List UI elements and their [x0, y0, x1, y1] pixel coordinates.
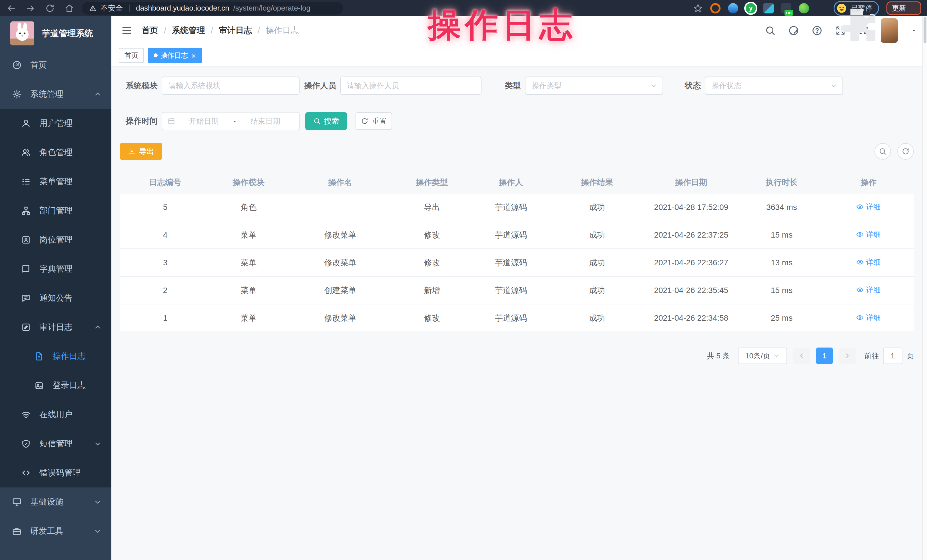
cell-result: 成功 [552, 229, 642, 240]
chevron-down-icon [94, 498, 102, 506]
sidebar-item-error-code-management[interactable]: 错误码管理 [0, 458, 111, 487]
browser-home-icon[interactable] [65, 3, 74, 13]
org-tree-icon [21, 206, 31, 216]
next-page-button[interactable] [839, 348, 856, 364]
not-secure-warning-icon [89, 5, 97, 12]
browser-update-button[interactable]: 更新 [886, 2, 921, 15]
wifi-icon [21, 410, 31, 419]
detail-link[interactable]: 详细 [856, 202, 881, 212]
browser-extensions-area: y on 已暂停 更新 [693, 1, 927, 16]
detail-link[interactable]: 详细 [856, 229, 881, 240]
sidebar-item-login-log[interactable]: 登录日志 [0, 371, 111, 400]
paused-label: 已暂停 [851, 3, 872, 13]
page-size-select[interactable]: 10条/页 [738, 348, 787, 364]
page-size-value: 10条/页 [745, 351, 770, 361]
cell-operation-name: 修改菜单 [287, 229, 394, 240]
sidebar-item-dictionary-management[interactable]: 字典管理 [0, 255, 111, 284]
breadcrumb-system-management[interactable]: 系统管理 [172, 25, 205, 36]
detail-link[interactable]: 详细 [856, 257, 881, 267]
reset-button[interactable]: 重置 [356, 112, 392, 130]
sidebar-item-role-management[interactable]: 角色管理 [0, 138, 111, 167]
extension-dark-icon[interactable]: on [781, 3, 791, 14]
extension-pin-icon[interactable] [728, 3, 738, 14]
breadcrumb-home[interactable]: 首页 [142, 25, 158, 36]
column-header: 日志编号 [120, 177, 210, 188]
tag-label: 操作日志 [161, 51, 188, 60]
chevron-down-icon [773, 352, 780, 359]
address-bar[interactable]: 不安全 dashboard.yudao.iocoder.cn/system/lo… [82, 2, 343, 15]
extension-leaf-icon[interactable] [799, 3, 809, 14]
cell-operation-type: 修改 [394, 229, 470, 240]
sidebar-item-dev-tools[interactable]: 研发工具 [0, 517, 111, 546]
date-range-picker[interactable]: 开始日期 - 结束日期 [162, 112, 299, 130]
sidebar-item-label: 短信管理 [40, 438, 73, 449]
extension-orange-icon[interactable] [710, 3, 720, 14]
pagination-total: 共 5 条 [707, 351, 730, 361]
bookmark-star-icon[interactable] [693, 3, 703, 13]
app-logo-row[interactable]: 芋道管理系统 [0, 16, 111, 50]
sidebar-item-department-management[interactable]: 部门管理 [0, 196, 111, 225]
cell-duration: 3634 ms [740, 203, 823, 212]
paused-profile-chip[interactable]: 已暂停 [834, 1, 879, 16]
detail-link[interactable]: 详细 [856, 313, 881, 323]
id-badge-icon [21, 235, 31, 245]
active-tag-dot [153, 53, 158, 58]
sidebar-item-menu-management[interactable]: 菜单管理 [0, 167, 111, 196]
sidebar-item-home[interactable]: 首页 [0, 50, 111, 80]
breadcrumb-audit-log[interactable]: 审计日志 [219, 25, 252, 36]
operator-input[interactable] [340, 76, 482, 95]
extension-green-circle-icon[interactable]: y [746, 3, 756, 14]
sidebar-item-label: 基础设施 [30, 496, 64, 508]
type-select[interactable]: 操作类型 [525, 76, 663, 95]
module-input[interactable] [162, 76, 299, 95]
app-logo-image [10, 21, 34, 46]
extensions-puzzle-icon[interactable] [816, 3, 826, 13]
cell-operator: 芋道源码 [470, 229, 552, 240]
cell-result: 成功 [552, 313, 642, 323]
browser-menu-dots-icon[interactable] [910, 5, 918, 12]
status-select[interactable]: 操作状态 [705, 76, 843, 95]
sidebar-item-operate-log[interactable]: 操作日志 [0, 342, 111, 371]
browser-reload-icon[interactable] [45, 3, 55, 13]
browser-back-icon[interactable] [6, 3, 16, 13]
github-icon[interactable] [788, 25, 799, 36]
cell-duration: 13 ms [740, 258, 823, 267]
refresh-table-button[interactable] [897, 143, 914, 159]
sidebar-item-infrastructure[interactable]: 基础设施 [0, 487, 111, 517]
sidebar-item-user-management[interactable]: 用户管理 [0, 109, 111, 138]
goto-page-input[interactable] [883, 348, 903, 364]
breadcrumb-operate-log: 操作日志 [266, 25, 299, 36]
prev-page-button[interactable] [793, 348, 810, 364]
browser-forward-icon[interactable] [26, 3, 35, 13]
table-row: 1 菜单 修改菜单 修改 芋道源码 成功 2021-04-26 22:34:58… [120, 304, 914, 332]
document-icon [34, 352, 44, 361]
sidebar-item-sms-management[interactable]: 短信管理 [0, 429, 111, 458]
sidebar-item-post-management[interactable]: 岗位管理 [0, 225, 111, 255]
tag-operate-log[interactable]: 操作日志 [148, 48, 202, 63]
extension-blue-icon[interactable] [763, 3, 774, 14]
sidebar-item-online-users[interactable]: 在线用户 [0, 400, 111, 429]
search-button[interactable]: 搜索 [305, 112, 347, 130]
page-number-button[interactable]: 1 [816, 348, 833, 364]
tag-home[interactable]: 首页 [119, 48, 144, 63]
cell-operation-name: 创建菜单 [287, 285, 394, 296]
page-scrollbar[interactable] [922, 16, 927, 560]
search-icon [313, 117, 321, 125]
hamburger-icon[interactable] [121, 25, 132, 36]
chevron-down-icon [94, 440, 102, 448]
sidebar-item-notice-announcement[interactable]: 通知公告 [0, 284, 111, 313]
sidebar-item-label: 系统管理 [30, 88, 64, 100]
detail-link-label: 详细 [866, 229, 881, 240]
detail-link[interactable]: 详细 [856, 285, 881, 295]
export-button[interactable]: 导出 [120, 143, 162, 160]
sidebar-item-system-management[interactable]: 系统管理 [0, 80, 111, 109]
sidebar-item-label: 研发工具 [30, 525, 64, 537]
search-icon[interactable] [765, 25, 776, 36]
close-icon[interactable] [191, 53, 196, 58]
image-icon [34, 381, 44, 390]
cell-operation-type: 导出 [394, 202, 470, 213]
detail-link-label: 详细 [866, 202, 881, 212]
sidebar-item-audit-log[interactable]: 审计日志 [0, 313, 111, 342]
toggle-search-button[interactable] [874, 143, 891, 159]
book-icon [21, 264, 31, 274]
